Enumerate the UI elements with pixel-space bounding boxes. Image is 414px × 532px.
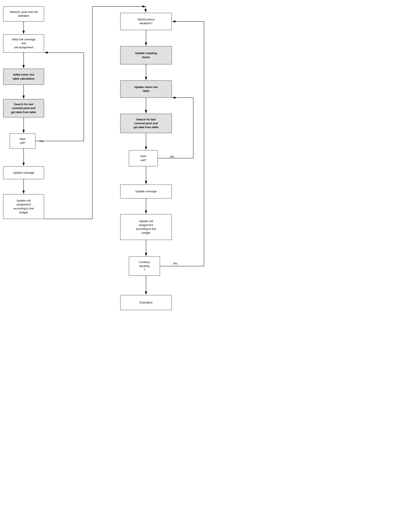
- box-update-assign-left: Update cellassignmentaccording to linkbu…: [3, 194, 44, 219]
- box-update-assign-right: Update cellassignmentaccording to linkbu…: [120, 214, 172, 240]
- box-update-coverage-right: Update coverage: [120, 185, 172, 199]
- box-search-left: Search for lastcovered pixel andget data…: [3, 99, 44, 117]
- yes-label-right-2: Yes: [173, 262, 177, 265]
- flowchart: Network, pixel and cell definition Initi…: [0, 0, 414, 532]
- yes-label-left: Yes: [39, 140, 44, 143]
- box-start-iter: Start/continueiterations?: [120, 13, 172, 30]
- box-update-noise-right: Update noise risetable: [120, 80, 172, 98]
- box-init-coverage: Initial cell coverageandcell assignment: [3, 34, 44, 53]
- box-net-def: Network, pixel and cell definition: [3, 6, 44, 21]
- box-update-coverage-left: Update coverage: [3, 166, 44, 179]
- flow-arrows: [0, 0, 414, 532]
- yes-label-right-1: Yes: [170, 155, 174, 158]
- box-next-cell-left: Nextcell?: [10, 133, 35, 149]
- box-update-coupling: Update couplingfactor: [120, 46, 172, 64]
- box-init-noise: Initial noise risetable calculation: [3, 69, 44, 85]
- box-continue-iter: Continueiterating?: [129, 256, 160, 276]
- box-evaluation: Evaluation: [120, 295, 172, 310]
- box-next-cell-right: Nextcell?: [129, 150, 158, 166]
- box-search-right: Search for lastcovered pixel andget data…: [120, 114, 172, 133]
